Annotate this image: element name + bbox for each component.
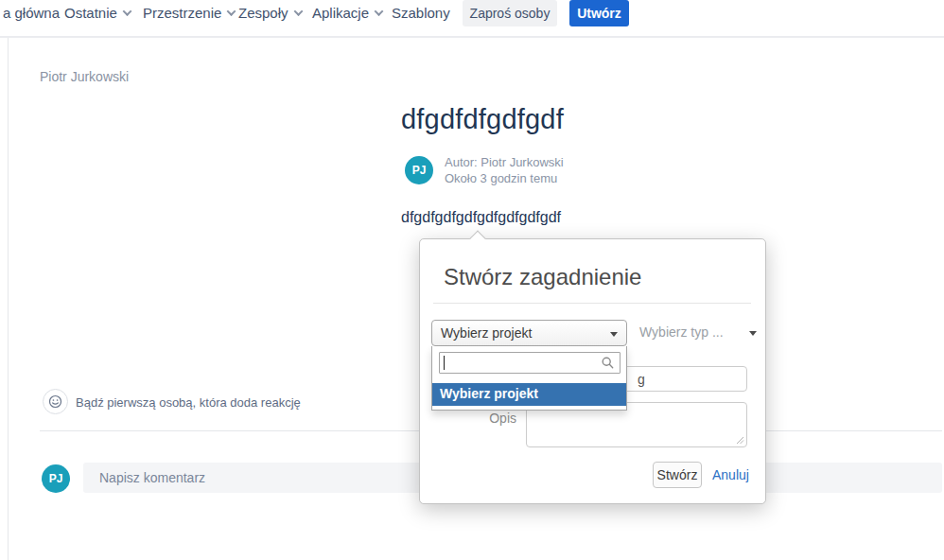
nav-item-teams[interactable]: Zespoły [238,0,302,26]
nav-apps-label: Aplikacje [312,5,369,21]
chevron-down-icon [375,7,384,16]
dialog-cancel-link[interactable]: Anuluj [712,467,749,482]
nav-item-spaces[interactable]: Przestrzenie [143,0,235,26]
project-select-value: Wybierz projekt [441,325,532,341]
comment-avatar: PJ [42,464,70,493]
search-icon [602,357,614,369]
breadcrumb-author[interactable]: Piotr Jurkowski [40,69,129,84]
screen: a główna Ostatnie Przestrzenie Zespoły A… [0,0,944,560]
dialog-create-button[interactable]: Stwórz [653,462,702,488]
description-label: Opis [472,411,516,426]
dialog-title: Stwórz zagadnienie [444,264,641,290]
nav-home-label: a główna [3,5,60,21]
nav-item-home[interactable]: a główna [3,0,60,26]
create-button[interactable]: Utwórz [569,0,629,26]
top-navigation: a główna Ostatnie Przestrzenie Zespoły A… [0,0,944,38]
byline-author-text: Autor: Piotr Jurkowski [445,155,564,169]
project-option-highlighted[interactable]: Wybierz projekt [432,383,626,406]
comment-placeholder: Napisz komentarz [99,470,205,485]
issue-type-select[interactable]: Wybierz typ ... [639,324,759,343]
nav-templates-label: Szablony [392,5,450,21]
dialog-caret [470,231,486,247]
nav-item-recent[interactable]: Ostatnie [64,0,131,26]
project-select-dropdown: Wybierz projekt [431,346,627,411]
nav-teams-label: Zespoły [238,5,288,21]
caret-down-icon [610,332,618,337]
issue-type-value: Wybierz typ ... [639,324,724,340]
add-reaction-button[interactable] [43,389,68,414]
text-cursor [444,356,445,370]
reaction-hint-text: Bądź pierwszą osobą, która doda reakcję [76,395,301,410]
caret-down-icon [749,331,757,336]
summary-input-value: g [638,372,645,387]
project-search-input[interactable] [439,352,621,374]
content-left-rule [8,38,9,560]
byline-time-text: Około 3 godzin temu [445,171,557,185]
author-avatar: PJ [405,156,433,184]
nav-item-apps[interactable]: Aplikacje [312,0,382,26]
create-issue-dialog: Stwórz zagadnienie Wybierz projekt Wybie… [419,238,766,504]
nav-recent-label: Ostatnie [64,5,117,21]
nav-spaces-label: Przestrzenie [143,5,221,21]
chevron-down-icon [122,7,131,16]
project-option-label: Wybierz projekt [440,386,538,401]
project-select[interactable]: Wybierz projekt [431,320,627,346]
resize-grip-icon [736,436,744,445]
smiley-icon [48,394,62,409]
page-body-text: dfgdfgdfgdfgdfgdfgdfgdf [401,209,561,226]
dialog-title-divider [433,303,751,304]
invite-people-button[interactable]: Zaproś osoby [463,0,557,26]
chevron-down-icon [227,7,236,16]
page-title: dfgdfdfgdfgdf [401,104,564,135]
chevron-down-icon [293,7,303,16]
nav-item-templates[interactable]: Szablony [392,0,450,26]
